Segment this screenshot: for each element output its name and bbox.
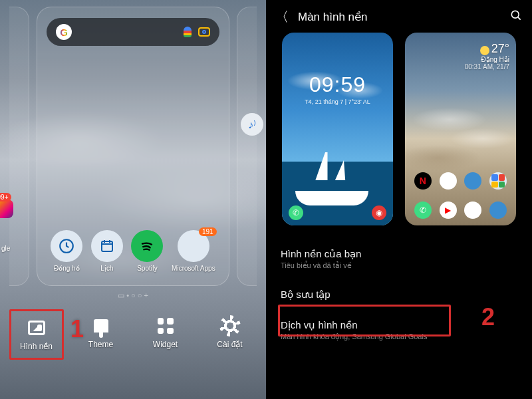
- spotify-icon: [131, 230, 163, 262]
- sun-icon: [480, 46, 489, 55]
- tab-label: Cài đặt: [217, 340, 242, 349]
- netflix-icon: N: [414, 172, 432, 190]
- phone-shortcut-icon: ✆: [289, 205, 303, 220]
- app-label: Đồng hồ: [54, 265, 80, 272]
- chrome-icon: [464, 201, 481, 219]
- page-dots-text: ▭ • ○ ○ +: [118, 291, 148, 300]
- weather-widget: 27° Đặng Hải 00:31 AM, 21/7: [465, 42, 509, 70]
- weather-updated: 00:31 AM, 21/7: [465, 63, 509, 70]
- mic-icon[interactable]: [184, 27, 192, 37]
- instagram-icon: [0, 200, 13, 218]
- notification-badge: 191: [199, 227, 217, 236]
- svg-point-2: [511, 11, 519, 18]
- partial-app-label: gle: [1, 245, 10, 252]
- tab-settings[interactable]: Cài đặt: [203, 309, 257, 360]
- app-icon: [440, 172, 457, 190]
- search-icon[interactable]: [509, 9, 523, 25]
- gear-icon: [221, 317, 239, 334]
- app-clock[interactable]: Đồng hồ: [51, 230, 82, 272]
- app-label: Microsoft Apps: [172, 265, 215, 272]
- camera-shortcut-icon: ◉: [372, 205, 386, 220]
- step-number-1: 1: [70, 315, 84, 343]
- home-edit-panel: ♪⁾ 999+ gle G Đồng hồ Lịch: [0, 0, 266, 399]
- youtube-icon: ▶: [440, 201, 457, 219]
- highlight-step-2: [278, 305, 451, 336]
- wallpaper-settings-panel: 〈 Màn hình nền 09:59 T4, 21 tháng 7 | 7°…: [266, 0, 532, 399]
- messages-icon: [489, 201, 507, 219]
- home-dock: ✆ ▶: [405, 201, 516, 219]
- google-folder-icon: [489, 172, 507, 190]
- app-icon: [464, 172, 481, 190]
- home-row-1: N: [405, 172, 516, 190]
- google-search-bar[interactable]: G: [47, 18, 219, 46]
- app-row: Đồng hồ Lịch Spotify 191 Microsoft Apps: [47, 230, 219, 279]
- page-title: Màn hình nền: [298, 10, 500, 24]
- wallpaper-previews: 09:59 T4, 21 tháng 7 | 7°23' AL ✆ ◉ 27° …: [266, 33, 532, 235]
- google-lens-icon[interactable]: [198, 27, 210, 37]
- app-label: Spotify: [137, 265, 158, 272]
- tab-label: Theme: [88, 340, 113, 349]
- notification-badge: 999+: [0, 193, 11, 201]
- next-page-sliver[interactable]: [237, 7, 257, 286]
- lock-date-text: T4, 21 tháng 7 | 7°23' AL: [282, 98, 393, 105]
- tab-wallpaper[interactable]: Hình nền: [9, 309, 64, 360]
- widget-icon: [158, 318, 174, 334]
- tab-widget[interactable]: Widget: [138, 309, 193, 360]
- weather-temp: 27°: [491, 42, 509, 55]
- settings-header: 〈 Màn hình nền: [266, 0, 532, 33]
- google-g-icon: G: [56, 24, 72, 40]
- back-icon[interactable]: 〈: [275, 8, 289, 26]
- clock-icon: [51, 230, 82, 262]
- tab-label: Hình nền: [20, 342, 53, 351]
- tab-label: Widget: [153, 340, 178, 349]
- prev-page-sliver[interactable]: [9, 7, 29, 286]
- option-your-wallpapers[interactable]: Hình nền của bạn Tiêu biểu và đã tải về: [266, 239, 532, 279]
- home-page-preview[interactable]: G Đồng hồ Lịch Spotify: [37, 7, 229, 286]
- theme-icon: [94, 319, 108, 332]
- app-calendar[interactable]: Lịch: [91, 230, 123, 272]
- app-label: Lịch: [100, 265, 113, 272]
- app-spotify[interactable]: Spotify: [131, 230, 163, 272]
- home-screen-preview[interactable]: 27° Đặng Hải 00:31 AM, 21/7 N ✆ ▶: [405, 33, 516, 225]
- partial-app-left: 999+: [0, 200, 13, 218]
- calendar-icon: [91, 230, 123, 262]
- app-microsoft-folder[interactable]: 191 Microsoft Apps: [172, 230, 215, 272]
- svg-rect-1: [102, 241, 112, 251]
- wallpaper-icon: [28, 321, 45, 335]
- lock-time-text: 09:59: [282, 72, 393, 97]
- edit-mode-tabs: Hình nền Theme Widget Cài đặt: [0, 304, 266, 376]
- weather-city: Đặng Hải: [465, 56, 509, 63]
- page-indicator: ▭ • ○ ○ +: [0, 291, 266, 300]
- lock-screen-preview[interactable]: 09:59 T4, 21 tháng 7 | 7°23' AL ✆ ◉: [282, 33, 393, 225]
- option-title: Hình nền của bạn: [281, 248, 517, 260]
- option-subtitle: Tiêu biểu và đã tải về: [281, 261, 517, 270]
- option-title: Bộ sưu tập: [281, 289, 517, 301]
- wallpaper-options-list: Hình nền của bạn Tiêu biểu và đã tải về …: [266, 235, 532, 354]
- phone-icon: ✆: [414, 201, 432, 219]
- lock-clock: 09:59 T4, 21 tháng 7 | 7°23' AL: [282, 72, 393, 105]
- sailboat-decor: [282, 146, 393, 225]
- music-bubble-icon[interactable]: ♪⁾: [241, 113, 263, 136]
- step-number-2: 2: [481, 303, 495, 331]
